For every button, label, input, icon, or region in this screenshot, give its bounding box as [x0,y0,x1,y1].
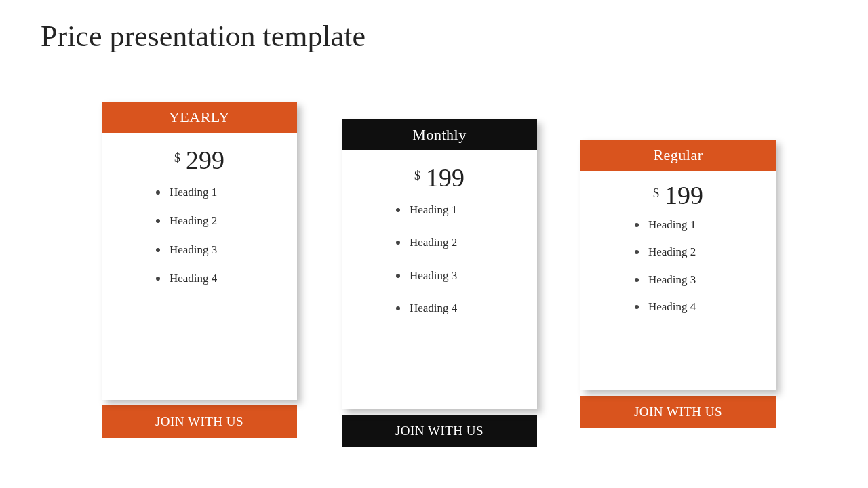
list-item: Heading 2 [156,214,297,228]
list-item: Heading 2 [396,236,537,249]
price-amount: 299 [186,146,224,174]
list-item: Heading 3 [156,243,297,257]
list-item: Heading 3 [396,269,537,283]
card-body: YEARLY $ 299 Heading 1 Heading 2 Heading… [102,102,297,400]
pricing-card-yearly: YEARLY $ 299 Heading 1 Heading 2 Heading… [102,102,297,438]
list-item: Heading 1 [396,203,537,217]
feature-list: Heading 1 Heading 2 Heading 3 Heading 4 [342,201,537,316]
tier-label: Monthly [342,119,537,150]
pricing-cards: YEARLY $ 299 Heading 1 Heading 2 Heading… [0,102,868,468]
list-item: Heading 4 [635,300,776,314]
join-button[interactable]: JOIN WITH US [580,396,776,428]
list-item: Heading 3 [635,273,776,287]
slide-title: Price presentation template [41,19,366,54]
card-body: Regular $ 199 Heading 1 Heading 2 Headin… [580,140,776,390]
list-item: Heading 1 [156,186,297,199]
card-body: Monthly $ 199 Heading 1 Heading 2 Headin… [342,119,537,409]
feature-list: Heading 1 Heading 2 Heading 3 Heading 4 [580,216,776,314]
currency-symbol: $ [414,169,420,182]
join-button[interactable]: JOIN WITH US [102,405,297,438]
tier-label: YEARLY [102,102,297,133]
price-amount: 199 [665,181,703,209]
price: $ 199 [342,150,537,201]
join-button[interactable]: JOIN WITH US [342,415,537,447]
feature-list: Heading 1 Heading 2 Heading 3 Heading 4 [102,183,297,286]
currency-symbol: $ [174,151,180,165]
list-item: Heading 2 [635,245,776,259]
pricing-card-monthly: Monthly $ 199 Heading 1 Heading 2 Headin… [342,119,537,447]
list-item: Heading 4 [156,272,297,285]
list-item: Heading 4 [396,302,537,315]
price: $ 299 [102,133,297,183]
list-item: Heading 1 [635,218,776,232]
currency-symbol: $ [653,186,659,200]
price-amount: 199 [426,163,465,192]
pricing-card-regular: Regular $ 199 Heading 1 Heading 2 Headin… [580,140,776,428]
price: $ 199 [580,171,776,216]
tier-label: Regular [580,140,776,171]
